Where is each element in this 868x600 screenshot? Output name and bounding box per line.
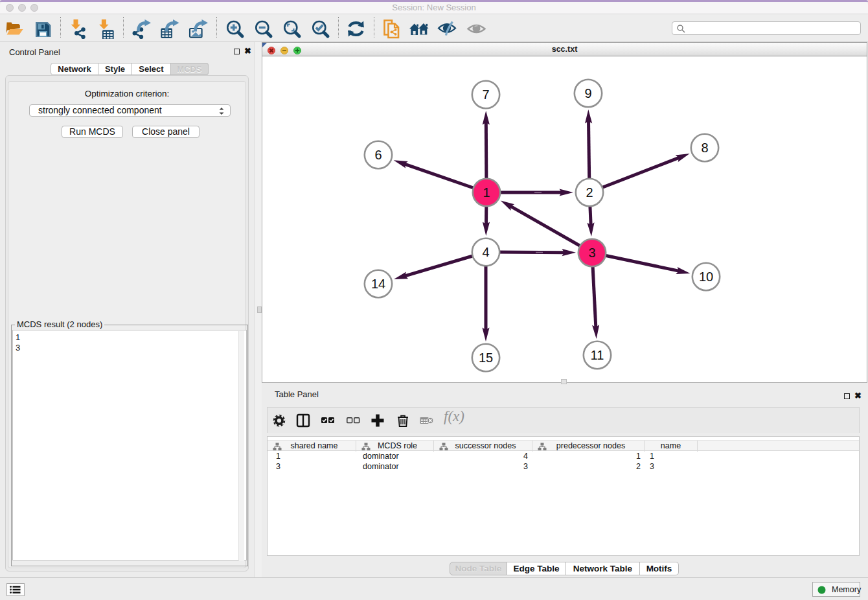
- svg-text:1: 1: [483, 185, 490, 200]
- svg-text:2: 2: [586, 185, 593, 200]
- svg-text:9: 9: [584, 86, 591, 100]
- svg-text:11: 11: [591, 348, 604, 362]
- svg-text:7: 7: [482, 87, 489, 102]
- svg-text:14: 14: [371, 277, 385, 291]
- svg-text:3: 3: [588, 246, 595, 260]
- svg-text:8: 8: [701, 141, 708, 155]
- svg-text:6: 6: [374, 148, 382, 162]
- svg-text:4: 4: [482, 245, 489, 259]
- svg-text:10: 10: [699, 270, 713, 284]
- svg-text:15: 15: [479, 351, 493, 365]
